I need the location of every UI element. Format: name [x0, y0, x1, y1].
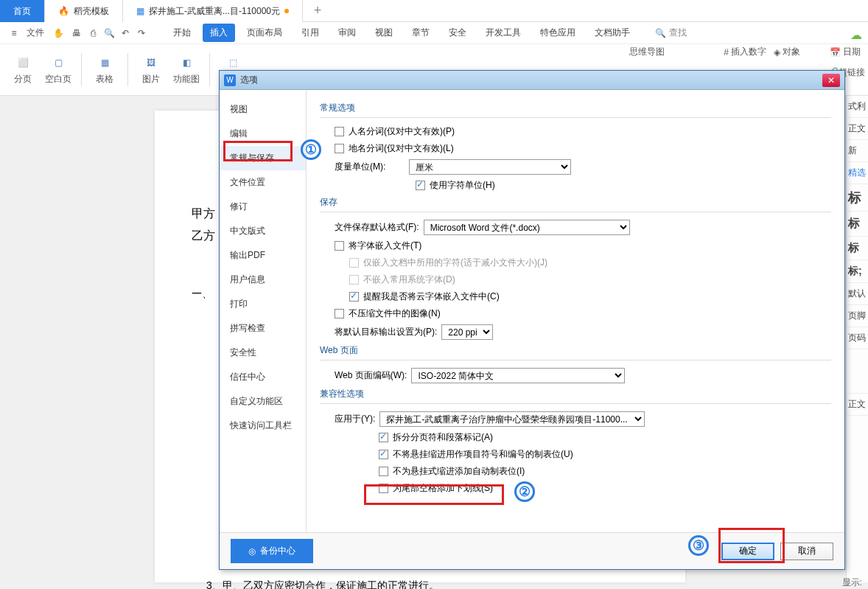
lbl-place-split: 地名分词(仅对中文有效)(L)	[349, 142, 454, 155]
insert-object[interactable]: ◈对象	[774, 46, 800, 58]
tab-home[interactable]: 首页	[0, 0, 45, 22]
chk-split-page[interactable]	[379, 433, 388, 442]
select-output[interactable]: 220 ppi	[441, 324, 493, 340]
tab-document[interactable]: ▦探井施工-武威重离...目-110000元	[123, 0, 303, 22]
chk-no-hang[interactable]	[379, 450, 388, 459]
image-icon: 🖼	[142, 54, 160, 72]
rp-body2[interactable]: 正文	[847, 394, 868, 416]
rp-h3[interactable]: 标	[847, 237, 868, 260]
lbl-underline: 为尾部空格添加下划线(S)	[393, 482, 493, 495]
sb-pdf[interactable]: 输出PDF	[220, 243, 306, 268]
menu-hand-icon[interactable]: ✋	[50, 26, 67, 41]
chk-underline[interactable]	[379, 484, 388, 493]
print-icon[interactable]: ⎙	[86, 28, 99, 38]
select-apply[interactable]: 探井施工-武威重离子治疗肿瘤中心暨荣华颐养园项目-11000...	[379, 411, 645, 427]
sb-spell[interactable]: 拼写检查	[220, 316, 306, 341]
sb-userinfo[interactable]: 用户信息	[220, 268, 306, 292]
sb-security[interactable]: 安全性	[220, 341, 306, 365]
rtab-layout[interactable]: 页面布局	[239, 24, 290, 42]
cloud-icon[interactable]: ☁	[850, 28, 862, 42]
lbl-apply: 应用于(Y):	[335, 413, 375, 425]
mindmap-label[interactable]: 思维导图	[629, 46, 665, 58]
sb-trust[interactable]: 信任中心	[220, 365, 306, 389]
tab-template[interactable]: 🔥稻壳模板	[45, 0, 123, 22]
rp-new[interactable]: 新	[847, 140, 868, 162]
sb-revision[interactable]: 修订	[220, 195, 306, 219]
lbl-name-split: 人名分词(仅对中文有效)(P)	[349, 125, 455, 138]
undo-icon[interactable]: ↶	[119, 28, 132, 38]
rp-h4[interactable]: 标;	[847, 260, 868, 283]
rtab-dochelp[interactable]: 文档助手	[587, 24, 637, 42]
chk-no-auto-tab[interactable]	[379, 467, 388, 476]
search-box[interactable]: 🔍查找	[655, 27, 687, 39]
chk-cloud[interactable]	[349, 292, 359, 302]
text-line3: 3、甲、乙双方应密切合作，保证施工的正常进行。	[206, 579, 439, 589]
rp-select[interactable]: 精选	[847, 162, 868, 184]
preview-icon[interactable]: 🔍	[102, 28, 116, 38]
rp-h1[interactable]: 标	[847, 184, 868, 212]
select-encoding[interactable]: ISO-2022 简体中文	[411, 368, 625, 383]
lbl-unit: 度量单位(M):	[335, 161, 405, 173]
redo-icon[interactable]: ↷	[135, 28, 148, 38]
section-web: Web 页面	[320, 344, 831, 360]
lbl-encoding: Web 页面编码(W):	[335, 369, 407, 382]
rtab-view[interactable]: 视图	[368, 24, 400, 42]
chk-nocompress[interactable]	[335, 309, 344, 318]
sb-cnlayout[interactable]: 中文版式	[220, 219, 306, 243]
number-icon: #	[724, 47, 729, 57]
lbl-cloud: 提醒我是否将云字体嵌入文件中(C)	[363, 290, 500, 303]
backup-button[interactable]: ◎备份中心	[231, 539, 313, 563]
chk-name-split[interactable]	[335, 127, 344, 136]
tool-widget[interactable]: ◧功能图	[171, 49, 202, 91]
tab-add[interactable]: +	[303, 0, 332, 21]
save-icon[interactable]: 🖶	[70, 28, 83, 38]
ok-button[interactable]: 确定	[721, 543, 774, 560]
status-bar: 显示:	[842, 576, 862, 589]
dialog-titlebar[interactable]: W 选项 ✕	[220, 71, 844, 90]
sb-edit[interactable]: 编辑	[220, 122, 306, 146]
rtab-dev[interactable]: 开发工具	[478, 24, 528, 42]
close-button[interactable]: ✕	[822, 74, 840, 87]
cancel-button[interactable]: 取消	[780, 543, 833, 560]
rtab-special[interactable]: 特色应用	[533, 24, 583, 42]
chk-embed[interactable]	[335, 241, 344, 251]
rtab-security[interactable]: 安全	[441, 24, 474, 42]
tab-bar: 首页 🔥稻壳模板 ▦探井施工-武威重离...目-110000元 +	[0, 0, 868, 22]
rp-h2[interactable]: 标	[847, 212, 868, 237]
toolbar-right: 思维导图 #插入数字 ◈对象 📅日期	[629, 46, 861, 58]
menu-file[interactable]: 文件	[24, 24, 47, 41]
rtab-ref[interactable]: 引用	[294, 24, 326, 42]
options-sidebar: 视图 编辑 常规与保存 文件位置 修订 中文版式 输出PDF 用户信息 打印 拼…	[220, 90, 307, 532]
rp-footer[interactable]: 页脚	[847, 305, 868, 327]
table-icon: ▦	[96, 54, 113, 72]
select-fmt[interactable]: Microsoft Word 文件(*.docx)	[424, 220, 630, 235]
rtab-review[interactable]: 审阅	[331, 24, 363, 42]
sb-custom[interactable]: 自定义功能区	[220, 389, 306, 414]
rp-default[interactable]: 默认	[847, 283, 868, 305]
section-save: 保存	[320, 196, 831, 212]
rp-body[interactable]: 正文	[847, 118, 868, 140]
sb-view[interactable]: 视图	[220, 97, 306, 122]
sb-filepos[interactable]: 文件位置	[220, 170, 306, 195]
chk-char-unit[interactable]	[416, 181, 425, 190]
tool-blankpage[interactable]: ▢空白页	[43, 49, 74, 91]
menu-icon[interactable]: ≡	[7, 28, 21, 38]
tool-pagebreak[interactable]: ⬜分页	[7, 49, 38, 91]
tool-table[interactable]: ▦表格	[89, 49, 120, 91]
select-unit[interactable]: 厘米	[409, 159, 571, 175]
rtab-chapter[interactable]: 章节	[405, 24, 437, 42]
sb-general[interactable]: 常规与保存	[220, 146, 306, 170]
app-icon: W	[224, 74, 236, 86]
insert-date[interactable]: 📅日期	[830, 46, 861, 58]
rtab-insert[interactable]: 插入	[203, 24, 235, 42]
close-icon: ✕	[827, 75, 835, 86]
insert-number[interactable]: #插入数字	[724, 46, 766, 58]
chk-place-split[interactable]	[335, 144, 344, 153]
sb-print[interactable]: 打印	[220, 292, 306, 316]
sb-quick[interactable]: 快速访问工具栏	[220, 414, 306, 438]
rp-pagenum[interactable]: 页码	[847, 327, 868, 349]
rp-style[interactable]: 式利	[847, 96, 868, 118]
rtab-start[interactable]: 开始	[166, 24, 198, 42]
tool-image[interactable]: 🖼图片	[136, 49, 167, 91]
crop-icon: ⬚	[224, 54, 242, 72]
